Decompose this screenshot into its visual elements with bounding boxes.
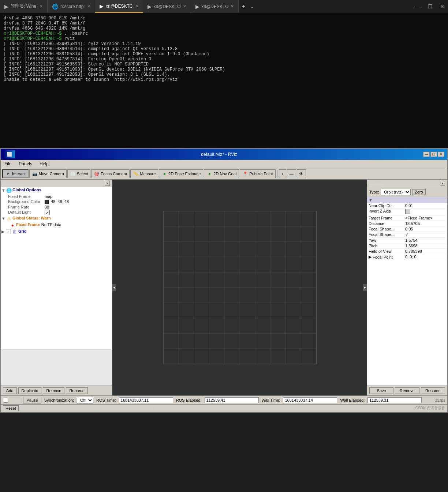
tab-1-close[interactable]: ✕ (40, 4, 43, 9)
grid-viewport[interactable] (112, 180, 367, 395)
fixed-frame-status-row[interactable]: ● Fixed Frame No TF data (7, 222, 112, 229)
close-button[interactable]: ✕ (436, 2, 448, 11)
wall-time-field[interactable] (283, 397, 337, 403)
rviz-maximize-btn[interactable]: ❐ (430, 152, 437, 157)
publish-point-button[interactable]: 📍 Publish Point (240, 169, 275, 178)
invert-z-value[interactable] (405, 209, 410, 215)
remove-button[interactable]: Remove (43, 387, 64, 394)
pause-button[interactable]: Pause (23, 397, 41, 403)
focal-point-value[interactable]: 0; 0; 0 (405, 255, 417, 259)
invert-z-checkbox[interactable] (405, 209, 410, 214)
maximize-button[interactable]: ❐ (424, 2, 436, 11)
tab-3-icon: ▶ (100, 3, 104, 9)
select-button[interactable]: ⬜ Select (67, 169, 91, 178)
time-bar: Time Pause Synchronization: Off ROS Time… (1, 395, 447, 404)
2d-pose-icon: ➤ (161, 171, 167, 177)
ros-time-field[interactable] (119, 397, 173, 403)
focal-shape2-value[interactable]: ✓ (405, 232, 408, 237)
views-close-btn[interactable]: × (440, 181, 445, 186)
focal-shape1-value[interactable]: 0.05 (405, 227, 413, 231)
tab-5-close[interactable]: ✕ (231, 4, 234, 9)
rename-button[interactable]: Rename (66, 387, 88, 394)
2d-pose-button[interactable]: ➤ 2D Pose Estimate (159, 169, 203, 178)
grid-label: Grid (18, 229, 27, 233)
global-status-toggle[interactable]: ▼ (1, 216, 6, 221)
terminal-cmd-2: xrl@DESKTOP-CEH4EAH:~$ rviz (4, 36, 444, 41)
yaw-value[interactable]: 1.5754 (405, 238, 418, 243)
global-status-row[interactable]: ▼ ⚠ Global Status: Warn (1, 215, 112, 222)
tab-3-close[interactable]: ✕ (135, 4, 138, 8)
tab-4[interactable]: ▶ xrl@DESKTO ✕ (143, 0, 191, 13)
terminal-prompt-2: xrl@DESKTOP-CEH4EAH:~$ (4, 36, 61, 41)
duplicate-button[interactable]: Duplicate (18, 387, 42, 394)
tab-2-label: roscore http: (60, 4, 85, 9)
measure-icon: 📏 (133, 171, 139, 177)
view-button[interactable]: 👁 (297, 169, 306, 178)
grid-checkbox[interactable]: ✓ (6, 229, 11, 234)
add-button[interactable]: Add (3, 387, 17, 394)
reset-button[interactable]: Reset (3, 405, 19, 411)
default-light-value[interactable]: ✓ (45, 210, 50, 215)
remove-display-button[interactable]: — (287, 169, 296, 178)
add-display-button[interactable]: + (279, 169, 286, 178)
distance-value[interactable]: 18.5705 (405, 221, 420, 226)
time-checkbox[interactable] (3, 398, 8, 403)
global-options-toggle[interactable]: ▼ (1, 188, 6, 192)
views-zero-button[interactable]: Zero (412, 189, 426, 195)
tab-4-close[interactable]: ✕ (183, 4, 186, 9)
views-save-button[interactable]: Save (369, 387, 393, 394)
tab-3[interactable]: ▶ xrl@DESKTC ✕ (95, 0, 143, 13)
tab-more-button[interactable]: ⌄ (248, 3, 256, 11)
viewport-scroll-left[interactable]: ◀ (112, 284, 116, 291)
focal-point-toggle[interactable]: ▶ (369, 255, 372, 259)
tab-2[interactable]: 🌐 roscore http: ✕ (48, 0, 95, 13)
fixed-frame-value[interactable]: map (45, 194, 52, 199)
new-tab-button[interactable]: + (239, 2, 248, 11)
frame-rate-row: Frame Rate 30 (7, 204, 112, 210)
menu-file[interactable]: File (2, 161, 14, 167)
window-controls: — ❐ ✕ (412, 2, 448, 11)
interact-button[interactable]: 🖱 Interact (2, 169, 29, 178)
rviz-close-btn[interactable]: ✕ (438, 152, 444, 157)
interact-icon: 🖱 (5, 171, 11, 177)
grid-row[interactable]: ▶ ✓ ⊞ Grid (1, 229, 112, 235)
rviz-win-controls: — ❐ ✕ (423, 152, 444, 157)
wall-elapsed-field[interactable] (367, 397, 422, 403)
bg-color-value[interactable]: 48; 48; 48 (45, 199, 69, 204)
move-camera-button[interactable]: 📷 Move Camera (29, 169, 67, 178)
global-options-row[interactable]: ▼ 🌐 Global Options (1, 187, 112, 194)
displays-close-btn[interactable]: × (105, 181, 110, 186)
views-type-select[interactable]: Orbit (rviz) (381, 189, 411, 195)
tab-2-close[interactable]: ✕ (87, 4, 90, 9)
current-view-toggle[interactable]: ▼ (369, 198, 373, 202)
terminal-info-5: [ INFO] [1681321297.491568593]: Stereo i… (4, 62, 444, 67)
focus-camera-button[interactable]: 🎯 Focus Camera (91, 169, 130, 178)
frame-rate-value[interactable]: 30 (45, 205, 49, 209)
tab-5[interactable]: ▶ xrl@DESKTO ✕ (191, 0, 239, 13)
fixed-frame-row: Fixed Frame map (7, 194, 112, 199)
tab-1[interactable]: ▶ 管理员: Wine ✕ (0, 0, 48, 13)
default-light-checkbox[interactable]: ✓ (45, 210, 50, 215)
menu-panels[interactable]: Panels (16, 161, 34, 167)
current-view-header[interactable]: ▼ Current View Orbit (rviz) (367, 197, 447, 203)
global-status-label: Global Status: Warn (12, 216, 51, 220)
terminal-line-1: drvfsa 465G 375G 90G 81% /mnt/c (4, 16, 444, 21)
target-frame-value[interactable]: <Fixed Frame> (405, 216, 433, 220)
views-remove-button[interactable]: Remove (395, 387, 419, 394)
sync-select[interactable]: Off (77, 397, 93, 403)
grid-toggle[interactable]: ▶ (1, 229, 6, 234)
2d-nav-button[interactable]: ➤ 2D Nav Goal (204, 169, 239, 178)
rviz-minimize-btn[interactable]: — (423, 152, 430, 157)
near-clip-value[interactable]: 0.01 (405, 203, 413, 208)
views-tree: ▼ Current View Orbit (rviz) Near Clip Di… (367, 197, 447, 386)
menu-help[interactable]: Help (37, 161, 51, 167)
fov-value[interactable]: 0.785398 (405, 249, 422, 253)
viewport-scroll-right[interactable]: ▶ (363, 284, 367, 291)
measure-button[interactable]: 📏 Measure (130, 169, 158, 178)
views-rename-button[interactable]: Rename (421, 387, 445, 394)
pitch-value[interactable]: 1.5698 (405, 244, 418, 248)
publish-point-label: Publish Point (249, 172, 273, 176)
ros-elapsed-field[interactable] (205, 397, 259, 403)
minimize-button[interactable]: — (412, 2, 424, 11)
grid-icon: ⊞ (12, 229, 18, 235)
